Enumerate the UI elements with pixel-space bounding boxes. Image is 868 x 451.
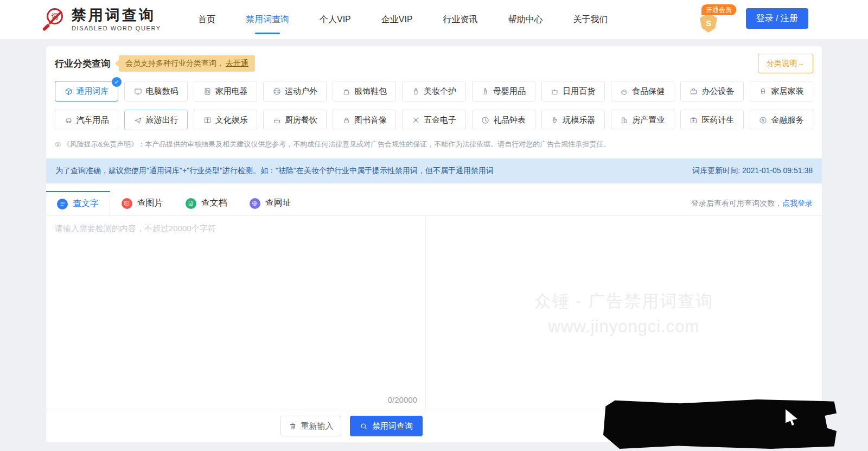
header-right: S 开通会员 登录 / 注册 [673,0,868,39]
industry-category-panel: 行业分类查询 会员支持多种行业分类查询，去开通 分类说明→ 通用词库✓电脑数码家… [46,46,822,158]
trash-icon [289,422,297,430]
top-navbar: 词 禁用词查询 DISABLED WORD QUERY 首页禁用词查询个人VIP… [0,0,868,39]
ball-icon [273,87,281,96]
category-chip-ball[interactable]: 运动户外 [263,81,327,101]
tab-image[interactable]: 查图片 [110,191,174,215]
wordbank-update-time: 词库更新时间: 2021-01-05 09:51:38 [692,166,813,176]
nav-item-3[interactable]: 企业VIP [380,0,414,40]
bag-icon [342,87,350,96]
nav-item-1[interactable]: 禁用词查询 [245,0,290,40]
main-nav: 首页禁用词查询个人VIP企业VIP行业资讯帮助中心关于我们 [197,0,609,40]
briefcase-icon [690,87,698,96]
building-icon [620,116,628,124]
bottle-icon [412,87,420,96]
text-input-pane: 0/20000 [46,216,426,410]
category-chip-monitor[interactable]: 电脑数码 [124,81,188,101]
logo-magnifier-icon: 词 [43,7,66,32]
category-chip-cooking[interactable]: 厨房餐饮 [263,110,327,130]
nav-item-4[interactable]: 行业资讯 [442,0,479,40]
coin-icon [759,116,767,124]
reset-input-button[interactable]: 重新输入 [280,416,341,436]
watermark: 众锤 - 广告禁用词查询 www.jinyongci.com [534,290,714,336]
category-chip-furniture[interactable]: 家居家装 [750,81,813,101]
selected-check-icon: ✓ [112,77,122,87]
category-chip-cube[interactable]: 通用词库✓ [55,81,118,101]
category-chip-building[interactable]: 房产置业 [611,110,674,130]
washer-icon [203,87,212,96]
info-circle-icon: ① [55,141,61,149]
cursor-arrow-icon [786,409,797,425]
member-badge[interactable]: 开通会员 [701,4,736,15]
category-chip-coin[interactable]: 金融服务 [750,110,813,130]
category-chip-briefcase[interactable]: 办公设备 [680,81,744,101]
member-shield-icon[interactable]: S [700,13,717,33]
category-explain-button[interactable]: 分类说明→ [758,54,813,73]
food-icon [620,87,628,96]
image-tab-icon [122,198,132,209]
detect-text-input[interactable] [55,224,417,384]
category-panel-title: 行业分类查询 [55,58,110,70]
site-logo[interactable]: 词 禁用词查询 DISABLED WORD QUERY [43,7,171,32]
screenshot-dark-overlay [603,399,837,449]
feeder-icon [481,87,489,96]
cube-icon [65,87,73,96]
category-chip-car[interactable]: 汽车用品 [55,110,118,130]
furniture-icon [759,87,767,96]
nav-item-2[interactable]: 个人VIP [318,0,352,40]
search-icon [360,422,368,430]
category-chips-row2: 汽车用品旅游出行文化娱乐厨房餐饮图书音像五金电子礼品钟表玩模乐器房产置业医药计生… [55,110,813,130]
tab-globe[interactable]: 查网址 [238,191,302,215]
category-chip-media[interactable]: 图书音像 [333,110,396,130]
category-chip-bottle[interactable]: 美妆个护 [402,81,465,101]
login-hint: 登录后查看可用查询次数，点我登录 [691,199,822,208]
notice-text: 为了查询准确，建议您使用"通用词库"+"行业类型"进行检测。如："祛除"在美妆个… [55,166,494,176]
query-tabs: 查文字查图片查文档查网址登录后查看可用查询次数，点我登录 [46,191,822,216]
plane-icon [134,116,142,124]
pot-icon [551,87,559,96]
globe-tab-icon [250,198,260,209]
text-tab-icon [57,199,68,209]
banned-word-search-button[interactable]: 禁用词查询 [350,416,423,436]
book-icon [203,116,212,124]
tab-docfile[interactable]: 查文档 [174,191,238,215]
category-chip-plane[interactable]: 旅游出行 [124,110,188,130]
category-chip-tools[interactable]: 五金电子 [402,110,465,130]
nav-item-6[interactable]: 关于我们 [572,0,609,40]
logo-title: 禁用词查询 [72,8,161,24]
click-to-login-link[interactable]: 点我登录 [782,199,813,207]
category-chip-pot[interactable]: 日用百货 [541,81,605,101]
category-chip-book[interactable]: 文化娱乐 [194,110,257,130]
category-chip-clock[interactable]: 礼品钟表 [472,110,535,130]
category-chip-feeder[interactable]: 母婴用品 [472,81,535,101]
nav-item-5[interactable]: 帮助中心 [507,0,544,40]
medkit-icon [690,116,698,124]
docfile-tab-icon [186,198,196,209]
category-chip-food[interactable]: 食品保健 [611,81,674,101]
media-icon [342,116,350,124]
nav-item-0[interactable]: 首页 [197,0,216,40]
clock-icon [481,116,489,124]
char-counter: 0/20000 [388,395,417,404]
hand-icon [551,116,559,124]
usage-notice-bar: 为了查询准确，建议您使用"通用词库"+"行业类型"进行检测。如："祛除"在美妆个… [46,158,822,183]
monitor-icon [134,87,142,96]
category-chip-bag[interactable]: 服饰鞋包 [333,81,396,101]
tab-text[interactable]: 查文字 [46,191,110,215]
category-chips-row1: 通用词库✓电脑数码家用电器运动户外服饰鞋包美妆个护母婴用品日用百货食品保健办公设… [55,81,813,101]
open-membership-link[interactable]: 去开通 [226,59,248,67]
login-register-button[interactable]: 登录 / 注册 [746,8,808,29]
category-chip-washer[interactable]: 家用电器 [194,81,257,101]
member-tip-bubble: 会员支持多种行业分类查询，去开通 [119,55,255,72]
category-chip-hand[interactable]: 玩模乐器 [541,110,605,130]
logo-subtitle: DISABLED WORD QUERY [72,25,161,31]
result-pane: 众锤 - 广告禁用词查询 www.jinyongci.com [426,216,822,410]
cooking-icon [273,116,281,124]
tools-icon [412,116,420,124]
car-icon [65,116,73,124]
category-chip-medkit[interactable]: 医药计生 [680,110,744,130]
risk-disclaimer: ① 《风险提示&免责声明》：本产品提供的审核结果及相关建议仅供您参考，不构成任何… [55,139,813,149]
